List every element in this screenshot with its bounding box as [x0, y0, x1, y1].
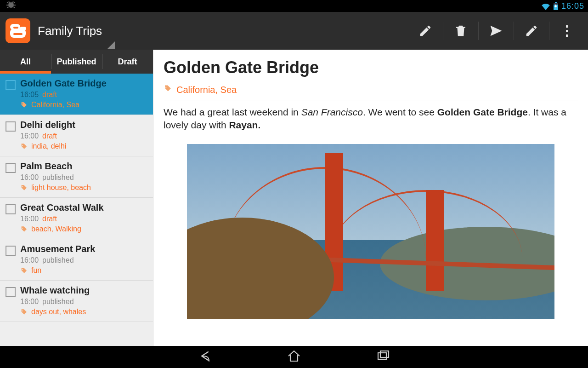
tag-icon: [164, 85, 172, 95]
post-image: [187, 144, 554, 319]
svg-rect-18: [378, 353, 386, 359]
list-item-tags: beach, Walking: [20, 225, 147, 233]
compose-button[interactable]: [514, 12, 549, 50]
list-item[interactable]: Golden Gate Bridge16:05draftCalifornia, …: [0, 74, 153, 115]
list-item[interactable]: Great Coastal Walk16:00draftbeach, Walki…: [0, 198, 153, 239]
action-bar: Family Trips: [0, 12, 588, 50]
publish-button[interactable]: [479, 12, 514, 50]
tag-icon: [20, 308, 28, 316]
checkbox[interactable]: [6, 287, 16, 297]
svg-rect-8: [13, 6, 15, 8]
list-item-title: Delhi delight: [20, 120, 147, 130]
tag-icon: [20, 101, 28, 109]
tab-all[interactable]: All: [0, 50, 51, 74]
svg-rect-15: [20, 27, 26, 30]
tab-draft[interactable]: Draft: [102, 50, 153, 74]
filter-tabs: All Published Draft: [0, 50, 153, 74]
overflow-icon: [566, 25, 568, 37]
tag-icon: [20, 225, 28, 233]
post-detail-pane: Golden Gate Bridge California, Sea We ha…: [153, 50, 588, 346]
post-body: We had a great last weekend in San Franc…: [164, 106, 578, 132]
list-item-tags: india, delhi: [20, 142, 147, 150]
list-item-meta: 16:05draft: [20, 91, 147, 99]
post-title: Golden Gate Bridge: [164, 58, 578, 77]
list-item-meta: 16:00draft: [20, 132, 147, 140]
list-item-tags: California, Sea: [20, 101, 147, 109]
list-item-meta: 16:00published: [20, 256, 147, 264]
list-item-title: Amusement Park: [20, 244, 147, 254]
list-item-tags: fun: [20, 266, 147, 275]
svg-rect-5: [7, 2, 9, 4]
checkbox[interactable]: [6, 80, 16, 90]
app-logo: [6, 18, 30, 43]
blog-spinner[interactable]: Family Trips: [0, 12, 116, 50]
post-tags-text: California, Sea: [176, 85, 237, 95]
list-item-tags: days out, whales: [20, 308, 147, 316]
svg-rect-6: [13, 2, 15, 4]
nav-back-button[interactable]: [197, 348, 213, 366]
tag-icon: [20, 142, 28, 150]
android-nav-bar: [0, 346, 588, 368]
overflow-menu-button[interactable]: [549, 12, 584, 50]
list-item-title: Whale watching: [20, 285, 147, 296]
tag-icon: [20, 184, 28, 192]
post-tags-row: California, Sea: [164, 85, 578, 100]
edit-button[interactable]: [408, 12, 443, 50]
svg-rect-7: [7, 6, 9, 8]
nav-recents-button[interactable]: [375, 348, 391, 366]
tag-icon: [20, 266, 28, 275]
svg-rect-16: [13, 27, 18, 29]
nav-home-button[interactable]: [286, 348, 302, 366]
post-list-pane: All Published Draft Golden Gate Bridge16…: [0, 50, 153, 346]
status-time: 16:05: [561, 1, 584, 11]
checkbox[interactable]: [6, 163, 16, 173]
svg-rect-3: [6, 5, 8, 6]
checkbox[interactable]: [6, 246, 16, 256]
list-item-tags: light house, beach: [20, 184, 147, 192]
svg-rect-9: [555, 2, 557, 3]
delete-button[interactable]: [443, 12, 478, 50]
list-item[interactable]: Amusement Park16:00publishedfun: [0, 239, 153, 281]
svg-rect-4: [14, 5, 16, 6]
list-item-meta: 16:00draft: [20, 215, 147, 223]
svg-rect-17: [13, 33, 23, 35]
checkbox[interactable]: [6, 204, 16, 214]
battery-icon: [553, 2, 559, 11]
blog-title: Family Trips: [38, 24, 102, 38]
list-item-meta: 16:00published: [20, 298, 147, 306]
android-status-bar: 16:05: [0, 0, 588, 12]
list-item-meta: 16:00published: [20, 173, 147, 182]
debug-icon: [4, 1, 17, 12]
list-item[interactable]: Delhi delight16:00draftindia, delhi: [0, 115, 153, 156]
list-item-title: Palm Beach: [20, 161, 147, 172]
list-item[interactable]: Whale watching16:00publisheddays out, wh…: [0, 281, 153, 322]
svg-rect-19: [380, 351, 389, 357]
tab-published[interactable]: Published: [51, 50, 102, 74]
checkbox[interactable]: [6, 121, 16, 132]
list-item-title: Golden Gate Bridge: [20, 78, 147, 89]
list-item-title: Great Coastal Walk: [20, 202, 147, 213]
post-list[interactable]: Golden Gate Bridge16:05draftCalifornia, …: [0, 74, 153, 346]
wifi-icon: [541, 2, 550, 10]
dropdown-indicator-icon: [107, 41, 115, 49]
list-item[interactable]: Palm Beach16:00publishedlight house, bea…: [0, 156, 153, 198]
